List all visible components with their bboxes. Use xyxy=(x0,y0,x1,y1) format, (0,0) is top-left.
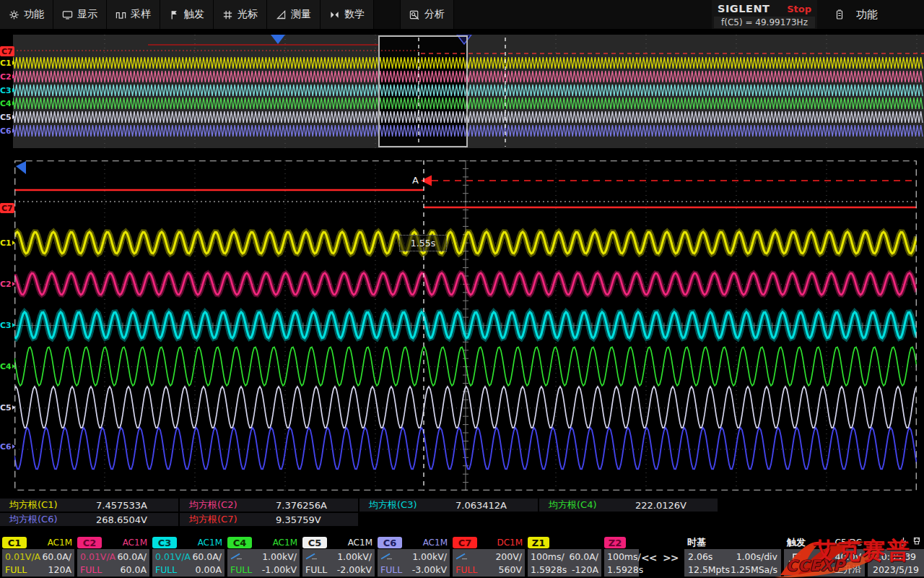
timebase-delay: 2.06s xyxy=(688,551,712,562)
save-arrow-icon xyxy=(899,537,907,548)
menu-item-cursor[interactable]: 光标 xyxy=(214,0,267,29)
oscilloscope-screen: 功能显示采样触发光标测量数学分析 SIGLENT Stop f(C5) = 49… xyxy=(0,0,924,578)
coupling-label: AC1M xyxy=(348,538,375,548)
pan-right-button[interactable]: >> xyxy=(663,552,678,564)
menu-item-flag[interactable]: 触发 xyxy=(160,0,214,29)
measurement-row: 均方根(C6)268.6504V均方根(C7)9.35759V xyxy=(0,513,358,526)
channel-arrow-icon xyxy=(12,74,15,79)
channel-descriptor-c4[interactable]: C4 AC1M 1.00kV/ FULL-1.00kV xyxy=(227,536,300,577)
zoom-descriptor-z2[interactable]: Z2 100ms/ 1.5928s xyxy=(604,536,639,577)
measurement-value: 222.0126V xyxy=(635,500,687,511)
scale-factor: 0.01V/A xyxy=(80,551,116,562)
menu-item-measure[interactable]: 测量 xyxy=(267,0,321,29)
measurement-cell[interactable]: 均方根(C4)222.0126V xyxy=(539,499,718,512)
flag-icon xyxy=(169,9,180,20)
top-menubar: 功能显示采样触发光标测量数学分析 SIGLENT Stop f(C5) = 49… xyxy=(0,0,924,32)
offset-value: 120A xyxy=(48,564,71,575)
bandwidth-label: FULL xyxy=(80,564,102,575)
channel-arrow-icon xyxy=(12,129,15,133)
measurement-value: 9.35759V xyxy=(276,514,321,525)
probe-attenuation-icon xyxy=(230,551,243,562)
pre-trigger-marker[interactable] xyxy=(16,161,26,174)
channel-label-c6[interactable]: C6 xyxy=(0,126,15,136)
timebase-title: 时基 xyxy=(687,536,706,549)
offset-value: 560V xyxy=(499,564,522,575)
channel-label-c5[interactable]: C5 xyxy=(0,402,15,413)
channel-label-c3[interactable]: C3 xyxy=(0,85,15,95)
measurement-cell[interactable]: 均方根(C1)7.457533A xyxy=(0,499,178,512)
zoom-descriptor-z1[interactable]: Z1 100ms/60.0A/ 1.5928s-120A xyxy=(528,536,601,577)
menu-item-label: 光标 xyxy=(237,8,258,21)
measurement-cell[interactable]: 均方根(C3)7.063412A xyxy=(359,499,538,512)
bandwidth-label: FULL xyxy=(155,564,177,575)
clock-date: 2023/5/19 xyxy=(868,563,924,576)
channel-descriptor-c1[interactable]: C1 AC1M 0.01V/A60.0A/ FULL120A xyxy=(2,536,74,577)
acquire-icon xyxy=(116,9,126,20)
channel-descriptor-c3[interactable]: C3 AC1M 0.01V/A60.0A/ FULL0.00A xyxy=(152,536,225,577)
rising-edge-icon xyxy=(788,552,802,566)
cursor-icon xyxy=(222,9,233,20)
offset-value: 60.0A xyxy=(121,564,147,575)
trigger-level-arrow[interactable] xyxy=(421,176,432,186)
channel-label-c7[interactable]: C7 xyxy=(0,203,14,213)
menu-item-label: 显示 xyxy=(77,8,97,21)
math-icon xyxy=(329,9,340,20)
measurement-cell[interactable]: 均方根(C2)7.376256A xyxy=(180,499,358,512)
volts-per-div: 60.0A/ xyxy=(42,551,71,562)
menu-item-label: 数学 xyxy=(344,8,365,21)
channel-arrow-icon xyxy=(12,101,15,105)
menu-item-label: 分析 xyxy=(424,8,445,21)
channel-label-c1[interactable]: C1 xyxy=(0,58,15,68)
trigger-source: C5 DC xyxy=(835,538,862,548)
measurement-label: 均方根(C7) xyxy=(189,513,237,526)
channel-descriptor-c5[interactable]: C5 AC1M 1.00kV/ FULL-2.00kV xyxy=(302,536,375,577)
channel-label-c2[interactable]: C2 xyxy=(0,72,15,82)
menu-item-math[interactable]: 数学 xyxy=(321,0,374,29)
menu-item-display[interactable]: 显示 xyxy=(53,0,107,29)
channel-label-c6[interactable]: C6 xyxy=(0,441,15,452)
channel-badge: C5 xyxy=(302,537,327,548)
coupling-label: AC1M xyxy=(48,538,74,548)
channel-descriptor-c7[interactable]: C7 DC1M 200V/ FULL560V xyxy=(453,536,525,577)
channel-descriptor-c2[interactable]: C2 AC1M 0.01V/A60.0A/ FULL60.0A xyxy=(77,536,149,577)
measurement-cell[interactable]: 均方根(C6)268.6504V xyxy=(0,513,178,526)
measurement-value: 7.063412A xyxy=(456,500,507,511)
coupling-label: AC1M xyxy=(423,538,450,548)
overview-strip[interactable] xyxy=(13,35,924,148)
trigger-marker-a-label[interactable]: A xyxy=(412,175,419,186)
menu-item-label: 功能 xyxy=(24,8,44,21)
coupling-label: DC1M xyxy=(497,538,525,548)
channel-descriptor-c6[interactable]: C6 AC1M 1.00kV/ FULL-3.00kV xyxy=(378,536,450,577)
menu-item-acquire[interactable]: 采样 xyxy=(107,0,160,29)
channel-badge: C6 xyxy=(378,537,402,548)
channel-label-c1[interactable]: C1 xyxy=(0,238,15,248)
channel-label-c2[interactable]: C2 xyxy=(0,279,15,289)
channel-label-c3[interactable]: C3 xyxy=(0,320,15,330)
bandwidth-label: FULL xyxy=(5,564,27,575)
clock-time: 10:05:39 xyxy=(868,550,924,563)
measurement-label: 均方根(C2) xyxy=(189,499,237,512)
pan-left-button[interactable]: << xyxy=(641,552,656,564)
siglent-logo: SIGLENT xyxy=(718,3,770,14)
menu-item-gear[interactable]: 功能 xyxy=(0,0,53,29)
menu-function-right[interactable]: 功能 xyxy=(827,0,921,29)
measurement-cell[interactable]: 均方根(C7)9.35759V xyxy=(180,513,358,526)
measure-icon xyxy=(276,9,287,20)
volts-per-div: 1.00kV/ xyxy=(337,551,372,562)
run-stop-indicator[interactable]: Stop xyxy=(787,4,811,14)
channel-label-c4[interactable]: C4 xyxy=(0,98,15,108)
menu-item-analysis[interactable]: 分析 xyxy=(400,0,454,29)
timebase-panel[interactable]: 时基 2.06s1.00s/div 12.5Mpts1.25MSa/s xyxy=(684,536,781,577)
channel-label-c5[interactable]: C5 xyxy=(0,112,15,122)
coupling-label: AC1M xyxy=(198,538,225,548)
channel-label-c7[interactable]: C7 xyxy=(0,46,14,56)
measurement-value: 268.6504V xyxy=(96,514,147,525)
channel-badge: C3 xyxy=(152,537,177,548)
coupling-label: AC1M xyxy=(123,538,149,548)
measurement-label: 均方根(C4) xyxy=(549,499,597,512)
channel-label-c4[interactable]: C4 xyxy=(0,361,15,371)
trigger-panel[interactable]: 触发 C5 DC 40.0V 上升沿 xyxy=(784,536,865,577)
battery-icon xyxy=(834,9,845,20)
main-waveform-grid[interactable] xyxy=(14,160,917,491)
usb-icon xyxy=(912,537,921,548)
